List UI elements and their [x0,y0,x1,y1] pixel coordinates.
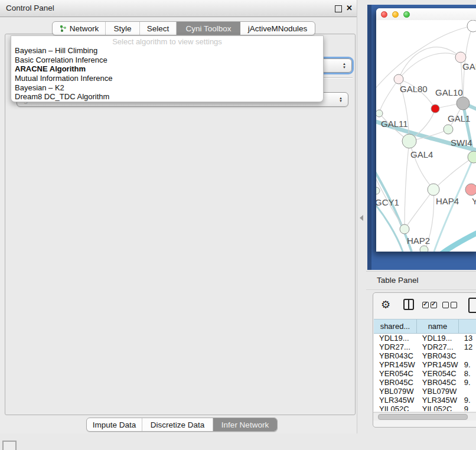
table-cell: 8. [459,369,476,378]
tab-select[interactable]: Select [140,22,177,35]
network-node-hap2[interactable] [400,224,409,234]
network-node-y[interactable] [465,184,476,195]
network-node-gal11[interactable] [376,110,383,117]
docked-panel-icon[interactable] [2,441,17,450]
deselect-all-icon[interactable] [442,302,449,308]
tab-cyni-toolbox-label: Cyni Toolbox [185,24,231,33]
dropdown-item[interactable]: Bayesian – K2 [12,83,322,93]
dropdown-item[interactable]: Bayesian – Hill Climbing [12,46,322,56]
tab-style-label: Style [113,24,131,33]
deselect-all-icon-2[interactable] [451,302,457,308]
window-close-icon[interactable] [381,11,387,18]
tab-jactivemnodules[interactable]: jActiveMNodules [240,22,315,35]
network-node-label: HAP4 [436,196,459,206]
network-node-swi4[interactable] [468,151,476,163]
network-window-titlebar [376,8,476,20]
network-node-gal4[interactable] [402,134,416,148]
table-body: YDL19...YDL19...13YDR27...YDR27...12YBR0… [374,334,476,411]
close-panel-icon[interactable]: ✕ [346,4,353,12]
table-row[interactable]: YER054CYER054C8. [374,369,476,378]
table-hscrollbar-thumb[interactable] [378,414,468,420]
table-cell: 9. [459,396,476,405]
table-cell: YDR27... [417,343,459,351]
table-cell: YBL079W [374,387,417,396]
tab-discretize-data[interactable]: Discretize Data [142,418,213,431]
table-cell: YBR043C [374,351,417,360]
table-row[interactable]: YBL079WYBL079W [374,387,476,396]
table-row[interactable]: YPR145WYPR145W9. [374,360,476,369]
window-minimize-icon[interactable] [392,11,399,18]
table-cell: YIL052C [374,405,417,411]
table-cell: YDR27... [374,343,417,351]
float-panel-icon[interactable] [335,5,342,12]
table-cell: YER054C [374,369,417,378]
tab-style[interactable]: Style [106,22,140,35]
dropdown-item[interactable]: Mutual Information Inference [12,74,322,83]
network-node-label: GAL [462,61,476,71]
network-node-label: GAL4 [410,149,433,159]
table-column-header[interactable]: shared... [374,319,417,333]
network-node-gal10[interactable] [457,97,470,110]
table-function-icon[interactable] [468,298,476,313]
select-all-icon[interactable] [422,302,429,308]
network-window[interactable]: GALGAL80GAL10GAL11GAL1GAL4SWI4GCY1HAP4YH… [376,8,476,252]
tab-select-label: Select [147,24,169,33]
table-cell: 9 [459,405,476,411]
network-node-label: GCY1 [376,197,399,207]
dropdown-item[interactable]: Dream8 DC_TDC Algorithm [12,92,322,102]
network-node-label: GAL11 [381,119,408,129]
control-panel-title: Control Panel [6,4,54,12]
network-node-label: GAL80 [400,84,428,94]
table-row[interactable]: YBR045CYBR045C9. [374,378,476,387]
network-node-label: GAL1 [448,113,470,123]
table-cell: 12 [459,343,476,351]
dropdown-item[interactable]: ARACNE Algorithm [12,64,322,74]
table-row[interactable]: YBR043CYBR043C [374,351,476,360]
table-panel-title: Table Panel [377,276,419,285]
network-canvas[interactable]: GALGAL80GAL10GAL11GAL1GAL4SWI4GCY1HAP4YH… [376,20,476,252]
dropdown-item[interactable]: Basic Correlation Inference [12,56,322,65]
table-row[interactable]: YIL052CYIL052C9 [374,405,476,411]
tab-cyni-toolbox[interactable]: Cyni Toolbox [177,22,240,35]
table-cell: YLR345W [417,396,459,405]
table-header-row: shared...name [374,319,476,334]
table-column-header[interactable]: name [417,319,459,333]
table-cell: 9. [459,360,476,369]
control-panel-tabs: Network Style Select Cyni Toolbox jActiv… [52,21,315,35]
tab-discretize-data-label: Discretize Data [151,420,205,429]
table-row[interactable]: YDR27...YDR27...12 [374,343,476,351]
algorithm-dropdown-popup: Select algorithm to view settings Bayesi… [11,35,324,102]
tab-impute-data-label: Impute Data [93,420,136,429]
network-node-hap4[interactable] [428,184,439,195]
network-node[interactable] [431,105,439,113]
table-cell: YBR043C [417,351,459,360]
table-row[interactable]: YLR345WYLR345W9. [374,396,476,405]
cyni-bottom-tabs: Impute Data Discretize Data Infer Networ… [86,418,278,432]
network-node-gcy1[interactable] [376,187,380,194]
network-node-gal1[interactable] [444,125,453,134]
tab-impute-data[interactable]: Impute Data [87,418,142,431]
network-node-label: Y [472,196,476,206]
table-cell: YDL19... [374,334,417,343]
tab-network-label: Network [70,24,99,33]
network-node-gal80[interactable] [394,74,403,84]
network-node-label: GAL10 [435,87,463,97]
table-hscrollbar-track[interactable] [373,412,476,420]
window-zoom-icon[interactable] [403,11,410,18]
tab-network[interactable]: Network [53,22,106,35]
network-node[interactable] [420,246,428,252]
table-cell: YBR045C [374,378,417,387]
splitter-collapse-icon[interactable] [360,215,363,221]
tab-jactivemnodules-label: jActiveMNodules [248,24,308,33]
table-column-header[interactable] [459,319,476,333]
dropdown-item-list: Bayesian – Hill ClimbingBasic Correlatio… [12,46,322,102]
control-panel: Control Panel ✕ Network Style [0,0,357,433]
table-cell: YBR045C [417,378,459,387]
network-node[interactable] [467,20,476,32]
select-all-icon-2[interactable] [431,302,437,308]
columns-icon[interactable] [403,299,414,310]
dropdown-hint: Select algorithm to view settings [11,37,323,46]
gear-icon[interactable]: ⚙ [381,298,390,311]
tab-infer-network[interactable]: Infer Network [213,418,277,431]
table-row[interactable]: YDL19...YDL19...13 [374,334,476,343]
